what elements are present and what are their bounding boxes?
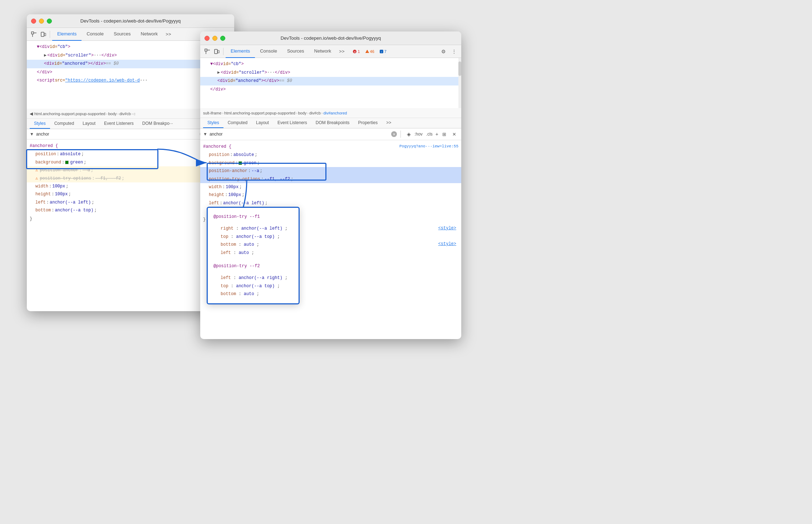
panel-tab-properties-2[interactable]: Properties: [354, 118, 382, 128]
popup-header-f1: @position-try --f1: [213, 213, 293, 221]
error-badge: ✕ 1: [351, 49, 361, 54]
breadcrumb-item[interactable]: html.anchoring-support.popup-supported: [224, 111, 295, 115]
rule-selector-2[interactable]: #anchored { Pogyyyq?ano···iew=live:55: [200, 142, 461, 151]
toolbar-2: Elements Console Sources Network >> ✕ 1 …: [200, 45, 461, 58]
css-property[interactable]: position : absolute ;: [200, 151, 461, 159]
filter-input-2[interactable]: [210, 132, 389, 137]
svg-rect-8: [215, 49, 217, 54]
html-line[interactable]: ▶ <div id="scroller"> ··· </div>: [200, 69, 461, 77]
warning-badge: ! 46: [363, 49, 376, 54]
popup-property: top : anchor(--a top) ;: [213, 282, 293, 290]
position-try-popup: @position-try --f1 right : anchor(--a le…: [207, 207, 300, 304]
svg-rect-5: [205, 49, 207, 51]
minimize-button-2[interactable]: [212, 36, 217, 41]
svg-rect-0: [31, 32, 34, 34]
popup-property: bottom : auto ;: [213, 290, 293, 298]
traffic-lights-2[interactable]: [205, 36, 225, 41]
traffic-lights-1[interactable]: [31, 19, 52, 24]
panel-tab-events-1[interactable]: Event Listeners: [100, 119, 138, 129]
more-tabs-2[interactable]: >>: [336, 45, 347, 58]
titlebar-1: DevTools - codepen.io/web-dot-dev/live/P…: [27, 14, 234, 28]
css-property[interactable]: height : 100px ;: [200, 191, 461, 199]
html-line-selected[interactable]: <div id="anchored"></div> == $0: [200, 77, 461, 85]
css-property-highlighted[interactable]: position-try-options : --f1, --f2 ;: [200, 175, 461, 183]
close-button[interactable]: [31, 19, 36, 24]
devtools-window-2[interactable]: DevTools - codepen.io/web-dot-dev/live/P…: [200, 31, 461, 339]
window-title-1: DevTools - codepen.io/web-dot-dev/live/P…: [80, 18, 181, 24]
panel-tab-events-2[interactable]: Event Listeners: [273, 118, 311, 128]
toolbar-separator: [50, 31, 50, 38]
svg-text:✕: ✕: [354, 50, 356, 53]
breadcrumb-item[interactable]: div#cb: [309, 111, 321, 115]
breadcrumb-item[interactable]: body: [108, 112, 117, 116]
tab-console-2[interactable]: Console: [255, 45, 282, 58]
svg-rect-3: [41, 32, 44, 36]
panel-tab-dom-2[interactable]: DOM Breakpoints: [311, 118, 354, 128]
inspect-icon[interactable]: [30, 30, 38, 39]
svg-rect-9: [218, 50, 219, 53]
breadcrumb-2: sult-iframe › html.anchoring-support.pop…: [200, 108, 461, 118]
inspect-icon-2[interactable]: [203, 47, 212, 56]
menu-icon[interactable]: ⋮: [450, 47, 458, 56]
tab-network-2[interactable]: Network: [309, 45, 336, 58]
panel-tab-styles-1[interactable]: Styles: [30, 119, 50, 129]
breadcrumb-item[interactable]: sult-iframe: [203, 111, 221, 115]
filter-icon-1: ▼: [30, 132, 34, 137]
popup-property: bottom : auto ;: [213, 241, 293, 249]
window-title-2: DevTools - codepen.io/web-dot-dev/live/P…: [281, 35, 381, 41]
breadcrumb-active[interactable]: div#anchored: [323, 111, 347, 115]
settings-icon[interactable]: ⚙: [439, 47, 448, 56]
css-property-highlighted[interactable]: position-anchor : --a ;: [200, 167, 461, 175]
badge-container-2: ✕ 1 ! 46 ! 7: [351, 49, 388, 54]
tab-network-1[interactable]: Network: [136, 28, 163, 41]
warning-icon: ⚠: [35, 175, 38, 182]
filter-input-1[interactable]: [36, 132, 198, 137]
tab-bar-2: Elements Console Sources Network >>: [226, 45, 347, 58]
filter-btn-plus[interactable]: +: [435, 131, 438, 137]
scrollbar-track[interactable]: [458, 58, 461, 108]
tab-elements-1[interactable]: Elements: [52, 28, 82, 41]
filter-btn-cls-2[interactable]: .cls: [426, 132, 433, 137]
html-lines-2: ▼<div id="cb"> ▶ <div id="scroller"> ···…: [200, 58, 461, 96]
panel-tab-dom-1[interactable]: DOM Breakpo···: [138, 119, 177, 129]
close-button-2[interactable]: [205, 36, 210, 41]
panel-tab-computed-2[interactable]: Computed: [223, 118, 252, 128]
svg-text:!: !: [381, 50, 382, 53]
clear-filter-button-2[interactable]: ✕: [391, 131, 397, 137]
html-line[interactable]: </div>: [200, 85, 461, 94]
breadcrumb-item[interactable]: body: [298, 111, 306, 115]
layer-icon[interactable]: ◈: [404, 130, 413, 138]
css-property[interactable]: left : anchor(--a left) ;: [200, 199, 461, 207]
panel-tab-computed-1[interactable]: Computed: [50, 119, 78, 129]
html-line[interactable]: ▼<div id="cb">: [200, 60, 461, 69]
scrollbar-thumb[interactable]: [458, 62, 461, 76]
dock-icon[interactable]: ⊞: [440, 130, 448, 138]
minimize-button[interactable]: [39, 19, 44, 24]
close-panel-icon[interactable]: ✕: [450, 130, 458, 138]
breadcrumb-item[interactable]: html.anchoring-support.popup-supported: [34, 112, 105, 116]
styles-filter-bar-2: ▼ ✕ ◈ :hov .cls + ⊞ ✕: [200, 128, 461, 140]
tab-console-1[interactable]: Console: [82, 28, 109, 41]
tab-elements-2[interactable]: Elements: [226, 45, 255, 58]
popup-property: left : anchor(--a right) ;: [213, 274, 293, 282]
panel-tab-layout-2[interactable]: Layout: [252, 118, 273, 128]
warning-icon: ⚠: [35, 167, 38, 174]
panel-tab-more-2[interactable]: >>: [382, 118, 395, 128]
filter-btn-hov-2[interactable]: :hov: [414, 132, 423, 137]
tab-sources-2[interactable]: Sources: [282, 45, 309, 58]
device-icon-2[interactable]: [212, 47, 221, 56]
tab-sources-1[interactable]: Sources: [109, 28, 136, 41]
breadcrumb-item[interactable]: div#cb: [119, 112, 131, 116]
maximize-button[interactable]: [47, 19, 52, 24]
more-tabs-1[interactable]: >>: [163, 28, 174, 41]
device-icon[interactable]: [39, 30, 48, 39]
panel-tab-layout-1[interactable]: Layout: [78, 119, 100, 129]
panel-tab-styles-2[interactable]: Styles: [203, 118, 223, 128]
css-property[interactable]: width : 100px ;: [200, 183, 461, 191]
svg-text:!: !: [367, 50, 368, 53]
popup-header-f2: @position-try --f2: [213, 262, 293, 270]
css-property[interactable]: background : green ;: [200, 159, 461, 167]
html-pane-2: ▼<div id="cb"> ▶ <div id="scroller"> ···…: [200, 58, 461, 108]
panel-tabs-2: Styles Computed Layout Event Listeners D…: [200, 118, 461, 128]
maximize-button-2[interactable]: [220, 36, 225, 41]
